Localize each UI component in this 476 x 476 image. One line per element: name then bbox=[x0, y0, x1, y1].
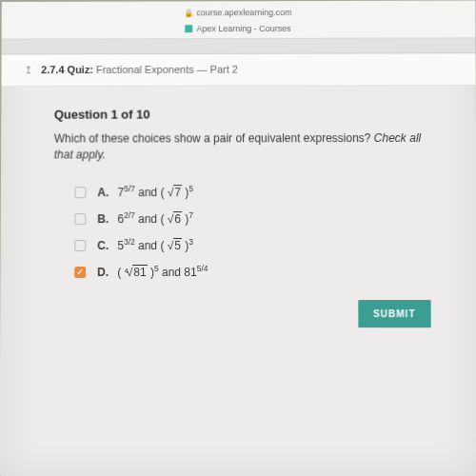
tab-title: Apex Learning - Courses bbox=[196, 24, 290, 33]
question-text: Which of these choices show a pair of eq… bbox=[54, 130, 438, 163]
choice-c-expr: 53/2 and ( 5 )3 bbox=[117, 239, 193, 252]
checkbox-a[interactable] bbox=[74, 187, 86, 198]
toolbar-spacer bbox=[2, 39, 476, 55]
choice-a[interactable]: A. 75/7 and ( 7 )5 bbox=[74, 186, 438, 199]
choice-letter: A. bbox=[97, 186, 109, 199]
crumb-title: Fractional Exponents — Part 2 bbox=[96, 64, 238, 75]
tab-favicon bbox=[185, 26, 192, 33]
crumb-kind: Quiz: bbox=[68, 64, 93, 75]
browser-chrome: 🔒course.apexlearning.com Apex Learning -… bbox=[2, 1, 476, 40]
choice-letter: D. bbox=[97, 266, 109, 279]
choice-letter: C. bbox=[97, 239, 109, 252]
choice-c[interactable]: C. 53/2 and ( 5 )3 bbox=[74, 239, 438, 252]
checkbox-d[interactable]: ✓ bbox=[74, 267, 86, 278]
choice-a-expr: 75/7 and ( 7 )5 bbox=[118, 186, 193, 199]
question-header: Question 1 of 10 bbox=[54, 107, 438, 122]
url-text: course.apexlearning.com bbox=[196, 8, 291, 17]
question-panel: Question 1 of 10 Which of these choices … bbox=[0, 86, 476, 339]
choice-list: A. 75/7 and ( 7 )5 B. 62/7 and ( 6 )7 bbox=[74, 186, 438, 279]
choice-d[interactable]: ✓ D. ( 481 )5 and 815/4 bbox=[74, 266, 438, 279]
breadcrumb[interactable]: ↥ 2.7.4 Quiz: Fractional Exponents — Par… bbox=[1, 53, 475, 87]
up-arrow-icon: ↥ bbox=[24, 64, 32, 75]
question-prompt: Which of these choices show a pair of eq… bbox=[54, 131, 371, 145]
checkbox-c[interactable] bbox=[74, 240, 86, 251]
crumb-number: 2.7.4 bbox=[41, 64, 64, 75]
lock-icon: 🔒 bbox=[185, 9, 194, 17]
choice-d-expr: ( 481 )5 and 815/4 bbox=[117, 266, 208, 279]
choice-letter: B. bbox=[97, 212, 109, 226]
choice-b[interactable]: B. 62/7 and ( 6 )7 bbox=[74, 212, 438, 226]
choice-b-expr: 62/7 and ( 6 )7 bbox=[118, 212, 194, 226]
submit-button[interactable]: SUBMIT bbox=[358, 300, 431, 327]
checkbox-b[interactable] bbox=[74, 213, 86, 225]
